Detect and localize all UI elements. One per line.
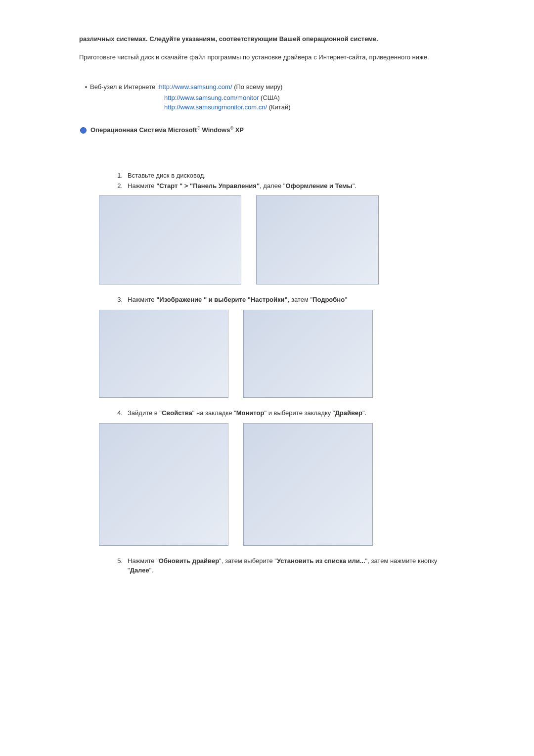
screenshot-figure (256, 195, 379, 284)
link-samsung-monitor[interactable]: http://www.samsung.com/monitor (164, 94, 259, 101)
step-number: 2. (114, 182, 123, 191)
screenshot-figure (99, 423, 228, 546)
step-number: 4. (114, 409, 123, 418)
links-pretext: Веб-узел в Интернете : (90, 83, 159, 91)
link-samsung-monitor-after: (США) (259, 94, 279, 101)
step-number: 3. (114, 295, 123, 305)
step-number: 1. (114, 171, 123, 181)
step-text: Вставьте диск в дисковод. (128, 171, 206, 181)
link-samsung-cn[interactable]: http://www.samsungmonitor.com.cn/ (164, 103, 267, 111)
step-text: Зайдите в "Свойства" на закладке "Монито… (128, 409, 366, 418)
screenshot-figure (99, 310, 228, 398)
step-text: Нажмите "Обновить драйвер", затем выбери… (128, 557, 455, 575)
bullet-icon (85, 86, 87, 88)
intro-text: Приготовьте чистый диск и скачайте файл … (79, 53, 429, 61)
link-samsung[interactable]: http://www.samsung.com/ (159, 83, 232, 91)
step-number: 5. (114, 557, 123, 575)
bullet-circle-icon (80, 127, 87, 134)
screenshot-figure (243, 423, 373, 546)
step-text: Нажмите "Старт " > "Панель Управления", … (128, 182, 356, 191)
step-text: Нажмите "Изображение " и выберите "Настр… (128, 295, 347, 305)
intro-bold: различных системах. Следуйте указаниям, … (79, 35, 378, 43)
link-samsung-after: (По всему миру) (232, 83, 283, 91)
screenshot-figure (243, 310, 373, 398)
link-samsung-cn-after: (Китай) (267, 103, 290, 111)
os-heading: Операционная Система Microsoft® Windows®… (90, 125, 244, 135)
screenshot-figure (99, 195, 241, 284)
